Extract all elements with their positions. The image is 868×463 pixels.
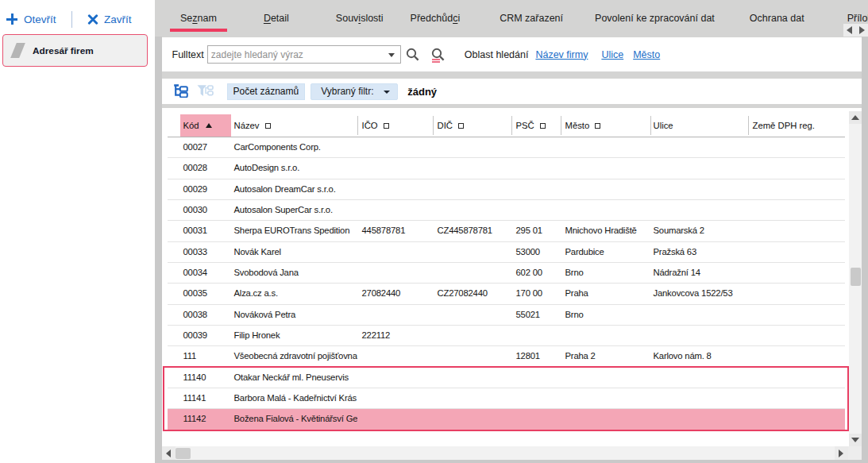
tab-label: Předchůdci <box>411 13 461 24</box>
tab-seznam[interactable]: Seznam <box>168 0 229 37</box>
row-gutter <box>168 179 180 199</box>
scrollbar-corner <box>848 446 862 460</box>
tab-scroll-right-icon[interactable] <box>859 26 865 34</box>
scope-link-ulice[interactable]: Ulice <box>601 49 623 60</box>
cell-ulice: Nádražní 14 <box>650 263 748 283</box>
row-gutter <box>168 200 180 220</box>
cell-psc <box>511 409 561 429</box>
open-button[interactable]: Otevřít <box>0 14 56 25</box>
table-row-00035[interactable]: 00035Alza.cz a.s.27082440CZ27082440170 0… <box>168 284 845 304</box>
cell-psc: 55021 <box>511 305 561 325</box>
table-row-00029[interactable]: 00029Autosalon DreamCar s.r.o. <box>168 179 845 200</box>
cell-zeme <box>748 284 845 303</box>
fulltext-combo[interactable] <box>207 45 401 64</box>
scroll-up-button[interactable] <box>849 111 862 124</box>
scroll-left-button[interactable] <box>162 446 176 460</box>
cell-ulice <box>650 179 748 199</box>
table-row-00031[interactable]: 00031Sherpa EUROTrans Spedition445878781… <box>168 221 845 241</box>
cell-kod: 111 <box>180 346 231 366</box>
search-button[interactable] <box>406 46 422 64</box>
scroll-left-icon <box>166 449 171 457</box>
fulltext-input[interactable] <box>208 49 383 60</box>
scope-link-m-sto[interactable]: Město <box>633 49 660 60</box>
scroll-down-button[interactable] <box>849 434 862 446</box>
cell-dic: CZ445878781 <box>433 221 511 241</box>
sidebar-item-adresar-firem[interactable]: Adresář firem <box>2 34 148 67</box>
table-row-00034[interactable]: 00034Svobodová Jana602 00BrnoNádražní 14 <box>168 263 845 284</box>
table-row-11142[interactable]: 11142Božena Fialová - Květinářsví Ge <box>168 409 845 430</box>
search-marked-button[interactable] <box>431 46 447 64</box>
table-row-00033[interactable]: 00033Novák Karel53000PardubicePražská 63 <box>168 242 845 263</box>
tab-bar: Seznam Detail Souvislosti Předchůdci CRM… <box>155 0 868 37</box>
tab-p-edch-dci[interactable]: Předchůdci <box>399 0 473 37</box>
table-row-00038[interactable]: 00038Nováková Petra55021Brno <box>168 305 845 326</box>
close-button[interactable]: Zavřít <box>79 14 132 25</box>
cell-dic <box>433 326 511 345</box>
column-header-nazev[interactable]: Název <box>231 114 357 137</box>
table-row-00027[interactable]: 00027CarComponents Corp. <box>168 137 845 158</box>
cell-mesto: Brno <box>561 263 650 283</box>
row-gutter <box>168 137 180 157</box>
tab-scroll-left-icon[interactable] <box>847 26 852 34</box>
scope-link-n-zev-firmy[interactable]: Název firmy <box>535 49 588 60</box>
list-module-icon <box>10 43 25 58</box>
cell-ico <box>357 137 433 157</box>
selected-filter-combo[interactable]: Vybraný filtr: <box>311 83 398 100</box>
column-header-dic[interactable]: DIČ <box>433 114 511 137</box>
cell-ico: 222112 <box>357 326 433 345</box>
table-row-11141[interactable]: 11141Barbora Malá - Kadeřnictví Krás <box>168 388 845 409</box>
cell-zeme <box>748 242 845 262</box>
cell-psc: 295 01 <box>511 221 561 241</box>
tab-label: Seznam <box>180 13 217 24</box>
tab-povolen-ke-zpracov-n-dat[interactable]: Povolení ke zpracování dat <box>583 0 727 37</box>
cell-nazev: Barbora Malá - Kadeřnictví Krás <box>231 388 357 408</box>
column-header-zeme[interactable]: Země DPH reg. <box>748 114 845 137</box>
tab-ochrana-dat[interactable]: Ochrana dat <box>738 0 816 37</box>
cell-zeme <box>748 158 845 178</box>
cell-nazev: AutoDesign s.r.o. <box>231 158 357 178</box>
cell-dic: CZ27082440 <box>433 284 511 303</box>
search-panel: Fulltext Oblast hledání Název firmy Ulic… <box>162 37 862 71</box>
cell-zeme <box>748 221 845 241</box>
tree-view-button[interactable] <box>173 84 189 98</box>
column-header-psc[interactable]: PSČ <box>511 114 561 137</box>
row-gutter <box>168 388 180 408</box>
cell-nazev: Autosalon DreamCar s.r.o. <box>231 179 357 199</box>
horizontal-scrollbar-thumb[interactable] <box>176 448 191 459</box>
cell-dic <box>433 388 511 408</box>
table-row-00028[interactable]: 00028AutoDesign s.r.o. <box>168 158 845 179</box>
sidebar-item-label: Adresář firem <box>33 45 94 56</box>
cell-nazev: Filip Hronek <box>231 326 357 345</box>
tab-crm-za-azen-[interactable]: CRM zařazení <box>488 0 575 37</box>
cell-zeme <box>748 346 845 366</box>
row-gutter <box>168 221 180 241</box>
column-header-ulice[interactable]: Ulice <box>650 114 748 137</box>
cell-kod: 00031 <box>180 221 231 241</box>
scroll-down-icon <box>851 438 859 442</box>
column-header-kod[interactable]: Kód <box>180 114 231 137</box>
column-header-ico[interactable]: IČO <box>357 114 433 137</box>
cell-kod: 00028 <box>180 158 231 178</box>
column-header-mesto[interactable]: Město <box>561 114 650 137</box>
cell-ico: 27082440 <box>357 284 433 303</box>
window-edge-bottom <box>161 460 862 463</box>
cell-psc <box>511 179 561 199</box>
table-row-111[interactable]: 111Všeobecná zdravotní pojišťovna12801Pr… <box>168 346 845 367</box>
window-edge-right <box>862 37 868 463</box>
tab-souvislosti[interactable]: Souvislosti <box>324 0 395 37</box>
tab-label: Ochrana dat <box>750 13 804 24</box>
table-row-11140[interactable]: 11140Otakar Neckář ml. Pneuservis <box>168 368 845 388</box>
vertical-scrollbar-thumb[interactable] <box>851 268 861 286</box>
cell-nazev: Nováková Petra <box>231 305 357 325</box>
table-row-00030[interactable]: 00030Autosalon SuperCar s.r.o. <box>168 200 845 221</box>
table-row-00039[interactable]: 00039Filip Hronek222112 <box>168 326 845 346</box>
cell-dic <box>433 263 511 283</box>
vertical-scrollbar[interactable] <box>849 111 862 446</box>
cell-dic <box>433 242 511 262</box>
horizontal-scrollbar[interactable] <box>162 446 862 460</box>
combo-dropdown-icon[interactable] <box>388 53 395 57</box>
tab-detail[interactable]: Detail <box>252 0 301 37</box>
scroll-right-button[interactable] <box>835 446 848 460</box>
cell-zeme <box>748 368 845 388</box>
record-count-button[interactable]: Počet záznamů <box>227 83 306 100</box>
